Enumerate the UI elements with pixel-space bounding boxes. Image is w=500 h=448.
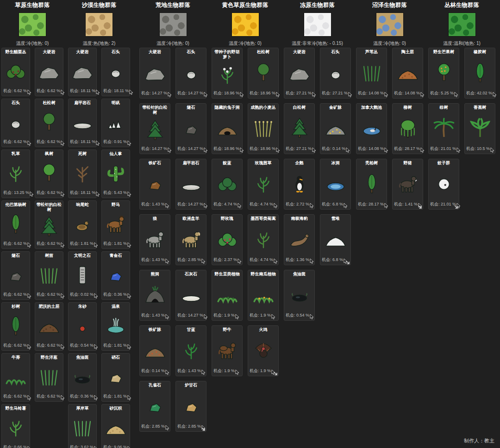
item-card[interactable]: 石头机会: 14.27 %: [175, 48, 206, 99]
item-card[interactable]: 野生洋葱机会: 6.62 %: [35, 353, 63, 402]
item-card[interactable]: 企鹅机会: 2.72 %: [284, 159, 315, 210]
item-card[interactable]: 隐藏的兔子洞机会: 18.96 %: [212, 103, 243, 154]
item-card[interactable]: 靛蓝机会: 4.74 %: [212, 159, 243, 210]
item-card[interactable]: 野马机会: 1.81 %: [101, 200, 130, 249]
item-card[interactable]: 火鸡机会: 1.9 %: [248, 325, 279, 376]
item-card[interactable]: 蚊子群机会: 21.01 %: [428, 159, 459, 210]
item-card[interactable]: 甘蓝机会: 1.43 %: [175, 325, 206, 376]
item-card[interactable]: 石头机会: 6.62 %: [1, 99, 30, 147]
item-card[interactable]: 焦油斑机会: 0.54 %: [284, 270, 315, 321]
item-card[interactable]: 伦巴第杨树机会: 6.62 %: [1, 200, 30, 249]
cursor-icon: [127, 243, 131, 248]
item-card[interactable]: 青金石机会: 0.36 %: [101, 251, 130, 300]
item-card[interactable]: 狼机会: 1.43 %: [139, 214, 170, 265]
item-card[interactable]: 带种子的野胡萝卜机会: 18.96 %: [212, 48, 243, 99]
item-card[interactable]: 玫瑰茜草机会: 4.74 %: [248, 159, 279, 210]
item-card[interactable]: 大硬岩机会: 18.11 %: [68, 48, 97, 96]
item-card[interactable]: 砂沉积机会: 9.06 %: [101, 404, 130, 448]
item-card[interactable]: 扁平岩石机会: 18.11 %: [68, 99, 97, 147]
boar-icon: [393, 166, 423, 201]
item-card[interactable]: 柳树机会: 28.17 %: [392, 103, 423, 154]
item-card[interactable]: 死树机会: 18.11 %: [68, 149, 97, 198]
item-card[interactable]: 扁平岩石机会: 14.27 %: [175, 159, 206, 210]
item-card[interactable]: 朱砂机会: 0.54 %: [68, 302, 97, 351]
item-card[interactable]: 石灰石机会: 14.27 %: [175, 270, 206, 321]
item-card[interactable]: 仙人掌机会: 5.43 %: [101, 149, 130, 198]
item-card[interactable]: 野玫瑰机会: 2.37 %: [212, 214, 243, 265]
item-card[interactable]: 乳草机会: 13.25 %: [1, 149, 30, 198]
item-card[interactable]: 野猪机会: 1.41 %: [392, 159, 423, 210]
item-card[interactable]: 炉甘石机会: 2.85 %: [175, 381, 206, 432]
cursor-icon: [204, 203, 208, 208]
item-card[interactable]: 燧石机会: 6.62 %: [1, 251, 30, 300]
item-card[interactable]: 杉树机会: 6.62 %: [1, 302, 30, 351]
item-card[interactable]: 野生马铃薯机会: 0.66 %: [1, 404, 30, 448]
biome-panel-3: 荒地生物群落温度:冷(地热: 0)大硬岩机会: 14.27 %带松针的白松树机会…: [139, 0, 206, 47]
item-card[interactable]: 明矾机会: 0.91 %: [101, 99, 130, 147]
item-card[interactable]: 焦油斑机会: 0.36 %: [68, 353, 97, 402]
item-card[interactable]: 陶土层机会: 14.08 %: [392, 48, 423, 99]
item-card[interactable]: 香蕉树机会: 10.5 %: [464, 103, 495, 154]
item-card[interactable]: 秃柏树机会: 28.17 %: [356, 159, 387, 210]
item-card[interactable]: 野生豆类植物机会: 1.9 %: [212, 270, 243, 321]
item-card[interactable]: 大硬岩机会: 6.62 %: [35, 48, 63, 96]
item-title: 秃柏树: [356, 159, 387, 166]
item-card[interactable]: 厚岸草机会: 3.62 %: [68, 404, 97, 448]
item-chance: 机会: 1.36 %: [286, 257, 309, 263]
item-chance: 机会: 2.85 %: [141, 423, 165, 429]
resize-handle[interactable]: [418, 205, 423, 210]
item-card[interactable]: 白松树机会: 27.21 %: [284, 103, 315, 154]
item-title: 石头: [176, 48, 206, 55]
item-card[interactable]: 雪堆机会: 6.8 %: [320, 214, 351, 265]
item-card[interactable]: 大硬岩机会: 27.21 %: [284, 48, 315, 99]
item-card[interactable]: 孔雀石机会: 2.85 %: [139, 381, 170, 432]
item-card[interactable]: 野生醋栗丛机会: 6.62 %: [1, 48, 30, 96]
item-card[interactable]: 枫树机会: 6.62 %: [35, 149, 63, 198]
item-card[interactable]: 野生芒果树机会: 5.25 %: [428, 48, 459, 99]
item-card[interactable]: 硝石机会: 1.81 %: [101, 353, 130, 402]
item-card[interactable]: 冰洞机会: 6.8 %: [320, 159, 351, 210]
cursor-icon: [165, 259, 169, 264]
item-card[interactable]: 金矿脉机会: 0.14 %: [320, 103, 351, 154]
item-card[interactable]: 温泉机会: 1.81 %: [101, 302, 130, 351]
item-card[interactable]: 野牛机会: 1.9 %: [212, 325, 243, 376]
item-card[interactable]: 石头机会: 18.11 %: [101, 48, 130, 96]
item-card[interactable]: 杜松树机会: 6.62 %: [35, 99, 63, 147]
item-card[interactable]: 南极海豹机会: 1.36 %: [284, 214, 315, 265]
cursor-icon: [96, 192, 100, 197]
item-card[interactable]: 燧石机会: 14.27 %: [175, 103, 206, 154]
item-card[interactable]: 铁矿脉机会: 0.14 %: [139, 325, 170, 376]
item-card[interactable]: 橡胶树机会: 42.02 %: [464, 48, 495, 99]
resize-handle[interactable]: [201, 427, 206, 432]
item-card[interactable]: 石头机会: 27.21 %: [320, 48, 351, 99]
item-card[interactable]: 牛蒡机会: 6.62 %: [1, 353, 30, 402]
item-card[interactable]: 文明之石机会: 0.02 %: [68, 251, 97, 300]
cursor-icon: [61, 90, 65, 95]
item-card[interactable]: 墨西哥类菊蒿机会: 4.74 %: [248, 214, 279, 265]
item-card[interactable]: 棕树机会: 21.01 %: [428, 103, 459, 154]
biome-temperature: 温度:温和(地热: 1): [428, 40, 495, 47]
resize-handle[interactable]: [454, 205, 459, 210]
item-card[interactable]: 带松针的白松树机会: 14.27 %: [139, 103, 170, 154]
item-card[interactable]: 熊洞机会: 1.43 %: [139, 270, 170, 321]
resize-handle[interactable]: [345, 260, 350, 265]
item-card[interactable]: 芦苇丛机会: 14.08 %: [356, 48, 387, 99]
item-card[interactable]: 野生南瓜植物机会: 1.9 %: [248, 270, 279, 321]
cursor-icon: [348, 92, 352, 97]
resize-handle[interactable]: [273, 371, 278, 376]
item-card[interactable]: 大硬岩机会: 14.27 %: [139, 48, 170, 99]
item-card[interactable]: 铁矿石机会: 1.43 %: [139, 159, 170, 210]
item-card[interactable]: 树苗机会: 6.62 %: [35, 251, 63, 300]
item-card[interactable]: 杜松树机会: 18.96 %: [248, 48, 279, 99]
item-column: 大硬岩机会: 14.27 %带松针的白松树机会: 14.27 %铁矿石机会: 1…: [139, 48, 170, 432]
item-card[interactable]: 加拿大鹅池机会: 14.08 %: [356, 103, 387, 154]
item-card[interactable]: 带松针的白松树机会: 6.62 %: [35, 200, 63, 249]
iron-ore-icon: [140, 166, 170, 201]
item-chance: 机会: 4.74 %: [250, 201, 273, 207]
item-card[interactable]: 欧洲盘羊机会: 2.85 %: [175, 214, 206, 265]
item-card[interactable]: 成熟的小麦丛机会: 18.96 %: [248, 103, 279, 154]
biome-item-grid: 大硬岩机会: 18.11 %扁平岩石机会: 18.11 %死树机会: 18.11…: [68, 48, 130, 448]
item-card[interactable]: 响尾蛇机会: 1.81 %: [68, 200, 97, 249]
item-title: 石灰石: [176, 270, 206, 277]
item-card[interactable]: 肥沃的土层机会: 6.62 %: [35, 302, 63, 351]
